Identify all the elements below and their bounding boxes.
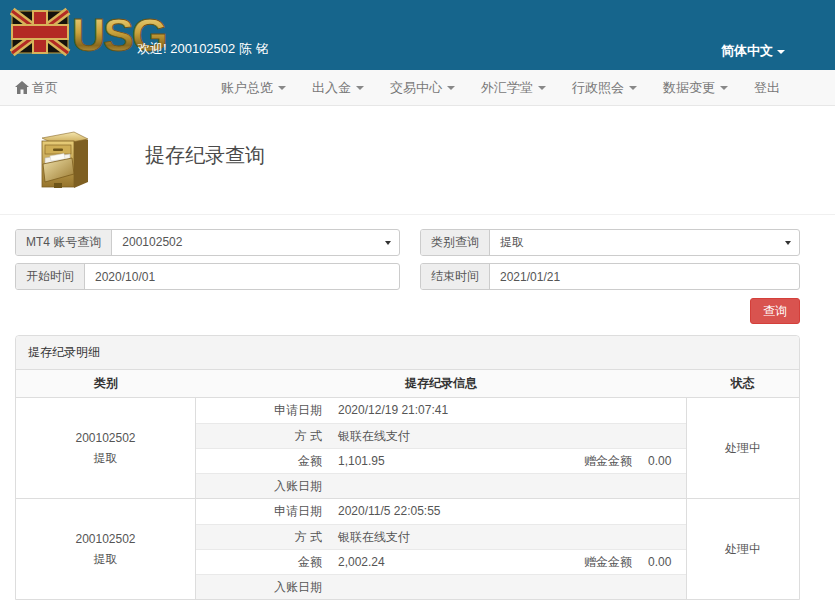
credit-date-row: 入账日期: [196, 574, 686, 599]
nav-item-trade-center[interactable]: 交易中心: [390, 79, 455, 97]
chevron-down-icon: [629, 86, 637, 90]
record-account: 200102502: [75, 428, 135, 448]
nav-home[interactable]: 首页: [15, 79, 58, 97]
record-type: 提取: [94, 448, 118, 468]
record-category-cell: 200102502 提取: [16, 499, 196, 599]
nav-item-admin-notice[interactable]: 行政照会: [572, 79, 637, 97]
page-title: 提存纪录查询: [145, 142, 265, 169]
amount-value: 2,002.24: [330, 550, 582, 574]
method-value: 银联在线支付: [330, 424, 686, 448]
record-info-cell: 申请日期 2020/11/5 22:05:55 方 式 银联在线支付 金额 2,…: [196, 499, 686, 599]
apply-date-row: 申请日期 2020/12/19 21:07:41: [196, 398, 686, 423]
record-info-cell: 申请日期 2020/12/19 21:07:41 方 式 银联在线支付 金额 1…: [196, 398, 686, 498]
start-date-label: 开始时间: [16, 264, 85, 289]
col-category: 类别: [16, 370, 196, 397]
status-badge: 处理中: [686, 499, 799, 599]
nav-menu: 账户总览 出入金 交易中心 外汇学堂 行政照会 数据变更 登出: [195, 79, 780, 97]
nav-item-logout[interactable]: 登出: [754, 79, 780, 97]
nav-home-label: 首页: [32, 79, 58, 97]
mt4-account-select[interactable]: 200102502: [112, 230, 399, 255]
start-date-group: 开始时间: [15, 263, 400, 290]
chevron-down-icon: [777, 50, 785, 54]
filter-form: MT4 账号查询 200102502 类别查询 提取 开始时间 结束时间 查询: [0, 215, 835, 324]
start-date-input[interactable]: [95, 264, 389, 289]
col-record-info: 提存纪录信息: [196, 370, 686, 397]
language-selector[interactable]: 简体中文: [721, 42, 785, 60]
apply-date-value: 2020/11/5 22:05:55: [330, 499, 686, 524]
table-header-row: 类别 提存纪录信息 状态: [16, 370, 799, 398]
col-status: 状态: [686, 370, 799, 397]
bonus-value: 0.00: [640, 550, 686, 574]
welcome-text: 欢迎! 200102502 陈 铭: [137, 40, 269, 58]
amount-value: 1,101.95: [330, 449, 582, 473]
home-icon: [15, 81, 29, 94]
flag-icon: [12, 11, 68, 53]
credit-date-value: [330, 575, 686, 599]
nav-item-deposit-withdraw[interactable]: 出入金: [312, 79, 364, 97]
nav-item-data-change[interactable]: 数据变更: [663, 79, 728, 97]
chevron-down-icon: [720, 86, 728, 90]
select-caret-icon: [385, 241, 391, 245]
apply-date-row: 申请日期 2020/11/5 22:05:55: [196, 499, 686, 524]
top-header: USG 欢迎! 200102502 陈 铭 简体中文: [0, 0, 835, 70]
file-cabinet-icon: [30, 126, 94, 195]
credit-date-row: 入账日期: [196, 473, 686, 498]
search-button[interactable]: 查询: [750, 298, 800, 324]
record-account: 200102502: [75, 529, 135, 549]
nav-item-fx-school[interactable]: 外汇学堂: [481, 79, 546, 97]
method-row: 方 式 银联在线支付: [196, 524, 686, 549]
nav-item-account-overview[interactable]: 账户总览: [221, 79, 286, 97]
main-navbar: 首页 账户总览 出入金 交易中心 外汇学堂 行政照会 数据变更 登出: [0, 70, 835, 106]
title-section: 提存纪录查询: [0, 106, 835, 215]
table-row: 200102502 提取 申请日期 2020/11/5 22:05:55 方 式…: [16, 498, 799, 599]
end-date-input[interactable]: [500, 264, 789, 289]
mt4-account-group: MT4 账号查询 200102502: [15, 229, 400, 256]
chevron-down-icon: [447, 86, 455, 90]
chevron-down-icon: [356, 86, 364, 90]
record-category-cell: 200102502 提取: [16, 398, 196, 498]
chevron-down-icon: [278, 86, 286, 90]
usg-logo[interactable]: USG: [10, 5, 178, 68]
record-type: 提取: [94, 549, 118, 569]
method-value: 银联在线支付: [330, 525, 686, 549]
category-label: 类别查询: [421, 230, 490, 255]
apply-date-value: 2020/12/19 21:07:41: [330, 398, 686, 423]
records-panel: 提存纪录明细 类别 提存纪录信息 状态 200102502 提取 申请日期 20…: [15, 335, 800, 600]
credit-date-value: [330, 474, 686, 498]
mt4-account-label: MT4 账号查询: [16, 230, 112, 255]
category-select[interactable]: 提取: [490, 230, 799, 255]
select-caret-icon: [785, 241, 791, 245]
amount-row: 金额 2,002.24 赠金金额 0.00: [196, 549, 686, 574]
bonus-value: 0.00: [640, 449, 686, 473]
chevron-down-icon: [538, 86, 546, 90]
end-date-group: 结束时间: [420, 263, 800, 290]
end-date-label: 结束时间: [421, 264, 490, 289]
method-row: 方 式 银联在线支付: [196, 423, 686, 448]
status-badge: 处理中: [686, 398, 799, 498]
amount-row: 金额 1,101.95 赠金金额 0.00: [196, 448, 686, 473]
panel-title: 提存纪录明细: [16, 336, 799, 370]
table-row: 200102502 提取 申请日期 2020/12/19 21:07:41 方 …: [16, 398, 799, 498]
category-group: 类别查询 提取: [420, 229, 800, 256]
language-label: 简体中文: [721, 43, 773, 58]
